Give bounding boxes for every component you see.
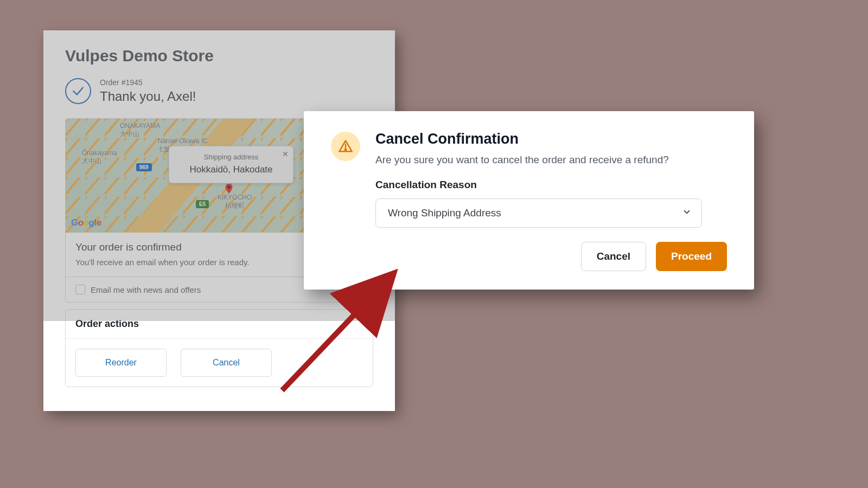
dialog-title: Cancel Confirmation (375, 131, 669, 147)
route-badge-e5: E5 (196, 200, 209, 208)
order-number: Order #1945 (100, 78, 196, 87)
map-pin-icon (223, 183, 235, 195)
map-label-onakayama: ONAKAYAMA 大中山 (120, 122, 160, 139)
shipping-address-label: Shipping address (177, 153, 285, 161)
svg-point-0 (228, 186, 231, 189)
cancel-confirmation-dialog: Cancel Confirmation Are you sure you wan… (304, 111, 754, 290)
thank-you-text: Thank you, Axel! (100, 89, 196, 104)
chevron-down-icon (682, 207, 692, 220)
route-badge-969: 969 (136, 163, 152, 171)
thank-you-header: Order #1945 Thank you, Axel! (65, 78, 373, 104)
cancel-order-button[interactable]: Cancel (181, 349, 272, 377)
close-icon[interactable]: ✕ (282, 150, 289, 158)
dialog-subtitle: Are you sure you want to cancel the orde… (375, 154, 669, 166)
warning-icon (331, 132, 360, 161)
google-logo: Google (71, 217, 101, 228)
shipping-address-value: Hokkaidō, Hakodate (177, 164, 285, 175)
cancellation-reason-label: Cancellation Reason (375, 179, 727, 191)
dialog-cancel-button[interactable]: Cancel (581, 242, 646, 271)
news-offers-checkbox[interactable] (75, 285, 85, 294)
svg-point-2 (345, 149, 347, 151)
map-label-onakayama2: Ōnakayama 大中山 (82, 149, 117, 166)
map-label-kikyocho: KIKYOCHO 桔梗町 (218, 194, 252, 210)
news-offers-label: Email me with news and offers (91, 285, 201, 294)
cancellation-reason-value: Wrong Shipping Address (388, 207, 501, 219)
order-actions-title: Order actions (66, 310, 373, 339)
checkmark-icon (65, 78, 91, 104)
order-actions-card: Order actions Reorder Cancel (65, 309, 373, 387)
shipping-address-tooltip: ✕ Shipping address Hokkaidō, Hakodate (169, 146, 293, 183)
dialog-proceed-button[interactable]: Proceed (656, 242, 727, 271)
store-title: Vulpes Demo Store (65, 47, 373, 65)
cancellation-reason-select[interactable]: Wrong Shipping Address (375, 198, 702, 228)
reorder-button[interactable]: Reorder (75, 349, 167, 377)
